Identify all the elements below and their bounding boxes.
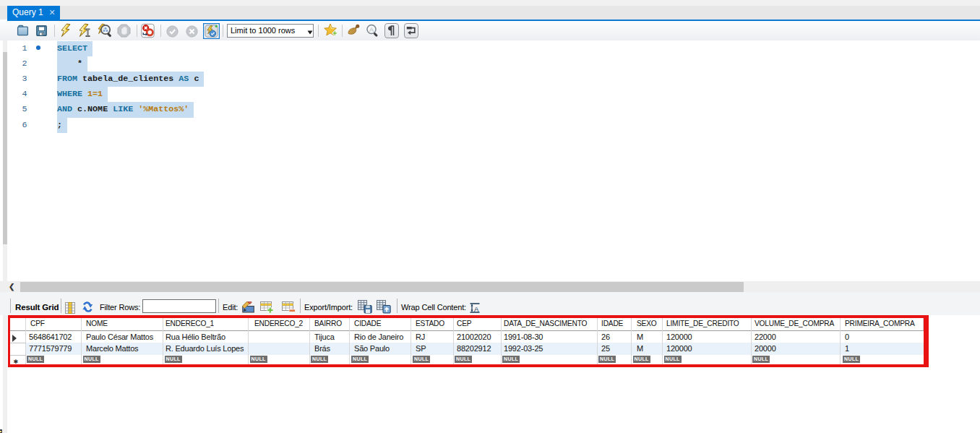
svg-text:A: A	[369, 26, 374, 33]
svg-text:A: A	[474, 305, 479, 313]
